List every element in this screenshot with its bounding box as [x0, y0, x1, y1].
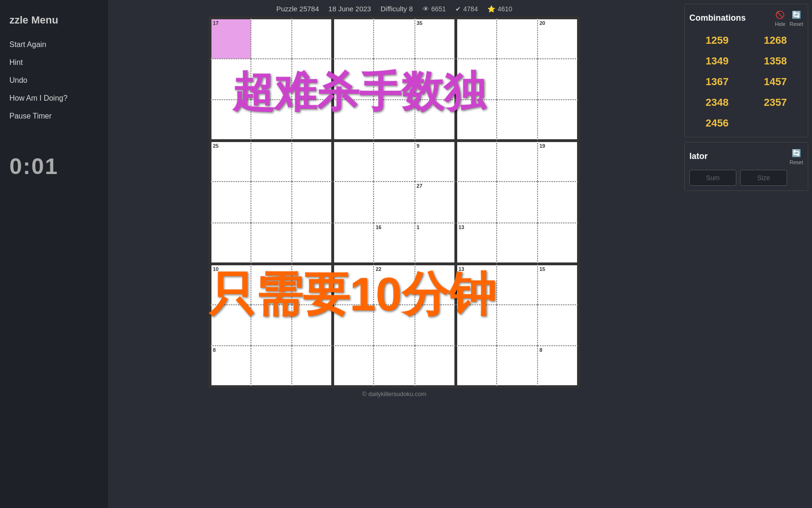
grid-cell-3-1[interactable] — [251, 141, 292, 182]
grid-cell-5-1[interactable] — [251, 223, 292, 264]
grid-cell-8-4[interactable] — [374, 346, 414, 387]
grid-cell-0-3[interactable] — [333, 18, 374, 59]
grid-cell-2-7[interactable] — [497, 100, 538, 141]
combo-item-3[interactable]: 1358 — [748, 52, 803, 70]
grid-cell-6-5[interactable] — [415, 264, 456, 305]
puzzle-grid[interactable]: 1735202591927161131022131588 — [209, 16, 580, 388]
grid-cell-5-6[interactable]: 13 — [456, 223, 497, 264]
reset-combinations-button[interactable]: 🔄 Reset — [789, 9, 803, 27]
hide-button[interactable]: 🚫 Hide — [774, 9, 786, 27]
grid-cell-5-4[interactable]: 16 — [374, 223, 414, 264]
grid-cell-3-5[interactable]: 9 — [415, 141, 456, 182]
grid-cell-4-6[interactable] — [456, 182, 497, 222]
grid-cell-0-8[interactable]: 20 — [538, 18, 578, 59]
combo-item-0[interactable]: 1259 — [689, 32, 745, 49]
grid-cell-5-8[interactable] — [538, 223, 578, 264]
grid-cell-7-4[interactable] — [374, 305, 414, 346]
grid-cell-8-6[interactable] — [456, 346, 497, 387]
grid-cell-1-7[interactable] — [497, 59, 538, 100]
grid-cell-1-4[interactable] — [374, 59, 414, 100]
grid-cell-7-1[interactable] — [251, 305, 292, 346]
grid-cell-1-8[interactable] — [538, 59, 578, 100]
grid-cell-3-6[interactable] — [456, 141, 497, 182]
grid-cell-2-0[interactable] — [210, 100, 251, 141]
grid-cell-7-5[interactable] — [415, 305, 456, 346]
grid-cell-6-3[interactable] — [333, 264, 374, 305]
grid-cell-2-1[interactable] — [251, 100, 292, 141]
grid-cell-4-3[interactable] — [333, 182, 374, 222]
grid-cell-5-2[interactable] — [292, 223, 333, 264]
grid-cell-6-6[interactable]: 13 — [456, 264, 497, 305]
grid-cell-8-5[interactable] — [415, 346, 456, 387]
grid-cell-7-3[interactable] — [333, 305, 374, 346]
grid-cell-8-8[interactable]: 8 — [538, 346, 578, 387]
grid-cell-4-2[interactable] — [292, 182, 333, 222]
grid-cell-6-2[interactable] — [292, 264, 333, 305]
grid-cell-4-4[interactable] — [374, 182, 414, 222]
grid-cell-8-7[interactable] — [497, 346, 538, 387]
grid-cell-6-8[interactable]: 15 — [538, 264, 578, 305]
grid-cell-4-1[interactable] — [251, 182, 292, 222]
sidebar-item-pause-timer[interactable]: Pause Timer — [0, 107, 108, 125]
grid-cell-2-4[interactable] — [374, 100, 414, 141]
grid-cell-8-0[interactable]: 8 — [210, 346, 251, 387]
grid-cell-1-3[interactable] — [333, 59, 374, 100]
sidebar-item-start-again[interactable]: Start Again — [0, 36, 108, 54]
sidebar-item-undo[interactable]: Undo — [0, 71, 108, 89]
grid-cell-0-0[interactable]: 17 — [210, 18, 251, 59]
grid-cell-5-7[interactable] — [497, 223, 538, 264]
grid-cell-7-6[interactable] — [456, 305, 497, 346]
grid-cell-2-6[interactable] — [456, 100, 497, 141]
grid-cell-3-4[interactable] — [374, 141, 414, 182]
grid-cell-2-3[interactable] — [333, 100, 374, 141]
grid-cell-7-8[interactable] — [538, 305, 578, 346]
combo-item-4[interactable]: 1367 — [689, 73, 745, 91]
grid-cell-6-0[interactable]: 10 — [210, 264, 251, 305]
reset-calculator-button[interactable]: 🔄 Reset — [789, 147, 803, 165]
grid-cell-3-2[interactable] — [292, 141, 333, 182]
grid-cell-8-1[interactable] — [251, 346, 292, 387]
grid-cell-6-7[interactable] — [497, 264, 538, 305]
grid-cell-4-7[interactable] — [497, 182, 538, 222]
grid-cell-1-5[interactable] — [415, 59, 456, 100]
grid-cell-2-5[interactable] — [415, 100, 456, 141]
grid-cell-2-2[interactable] — [292, 100, 333, 141]
grid-cell-0-5[interactable]: 35 — [415, 18, 456, 59]
grid-cell-6-4[interactable]: 22 — [374, 264, 414, 305]
grid-cell-8-2[interactable] — [292, 346, 333, 387]
grid-cell-8-3[interactable] — [333, 346, 374, 387]
combo-item-5[interactable]: 1457 — [748, 73, 803, 91]
combo-item-1[interactable]: 1268 — [748, 32, 803, 49]
grid-cell-0-4[interactable] — [374, 18, 414, 59]
grid-cell-2-8[interactable] — [538, 100, 578, 141]
grid-cell-3-3[interactable] — [333, 141, 374, 182]
combo-item-8[interactable]: 2456 — [689, 114, 745, 132]
grid-cell-1-0[interactable] — [210, 59, 251, 100]
grid-cell-1-6[interactable] — [456, 59, 497, 100]
grid-cell-7-2[interactable] — [292, 305, 333, 346]
grid-cell-3-0[interactable]: 25 — [210, 141, 251, 182]
sum-input[interactable] — [689, 170, 736, 186]
sidebar-item-hint[interactable]: Hint — [0, 54, 108, 71]
grid-cell-4-8[interactable] — [538, 182, 578, 222]
grid-cell-5-5[interactable]: 1 — [415, 223, 456, 264]
combo-item-2[interactable]: 1349 — [689, 52, 745, 70]
grid-cell-0-7[interactable] — [497, 18, 538, 59]
grid-cell-0-1[interactable] — [251, 18, 292, 59]
grid-cell-6-1[interactable] — [251, 264, 292, 305]
grid-cell-0-2[interactable] — [292, 18, 333, 59]
combo-item-6[interactable]: 2348 — [689, 94, 745, 111]
grid-cell-1-2[interactable] — [292, 59, 333, 100]
sidebar-item-how-am-i-doing[interactable]: How Am I Doing? — [0, 89, 108, 107]
grid-cell-3-8[interactable]: 19 — [538, 141, 578, 182]
grid-cell-3-7[interactable] — [497, 141, 538, 182]
grid-cell-7-7[interactable] — [497, 305, 538, 346]
grid-cell-5-3[interactable] — [333, 223, 374, 264]
grid-cell-4-5[interactable]: 27 — [415, 182, 456, 222]
grid-cell-0-6[interactable] — [456, 18, 497, 59]
grid-cell-1-1[interactable] — [251, 59, 292, 100]
combo-item-7[interactable]: 2357 — [748, 94, 803, 111]
grid-cell-7-0[interactable] — [210, 305, 251, 346]
grid-cell-4-0[interactable] — [210, 182, 251, 222]
size-input[interactable] — [740, 170, 787, 186]
